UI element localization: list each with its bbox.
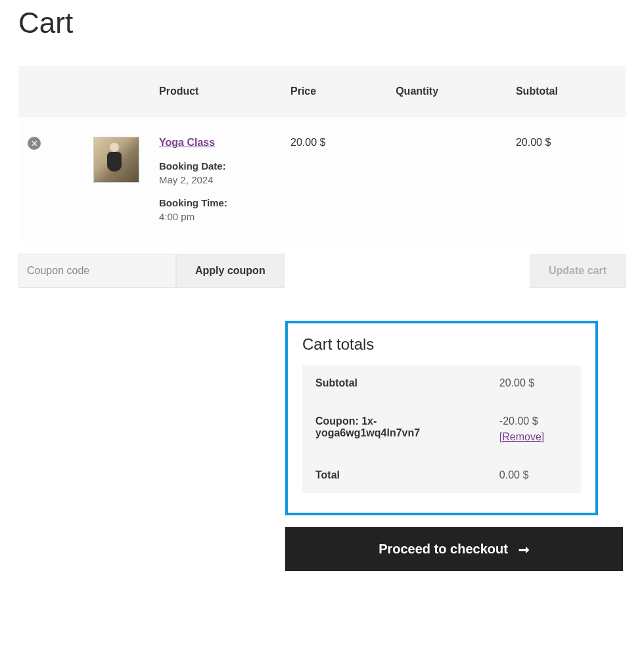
- close-icon: ✕: [31, 139, 38, 148]
- cart-row: ✕ Yoga Class Booking Date: May 2, 2024 B…: [18, 117, 626, 242]
- cart-table: Product Price Quantity Subtotal ✕ Yoga C…: [18, 66, 626, 242]
- price-cell: 20.00 $: [281, 117, 386, 242]
- remove-item-button[interactable]: ✕: [28, 137, 41, 150]
- col-quantity-header: Quantity: [386, 66, 507, 117]
- booking-time-label: Booking Time:: [159, 197, 272, 208]
- col-subtotal-header: Subtotal: [507, 66, 626, 117]
- cart-totals-table: Subtotal 20.00 $ Coupon: 1x-yoga6wg1wq4l…: [302, 365, 581, 493]
- booking-time-value: 4:00 pm: [159, 211, 272, 222]
- page-title: Cart: [18, 7, 626, 39]
- update-cart-button[interactable]: Update cart: [530, 254, 626, 288]
- cart-totals-title: Cart totals: [302, 335, 581, 354]
- totals-coupon-label: Coupon: 1x-yoga6wg1wq4ln7vn7: [302, 401, 486, 455]
- totals-total-label: Total: [302, 455, 486, 493]
- checkout-label: Proceed to checkout: [379, 542, 508, 557]
- totals-total-value: 0.00 $: [486, 455, 581, 493]
- quantity-cell: [386, 117, 507, 242]
- totals-subtotal-value: 20.00 $: [486, 365, 581, 401]
- cart-totals-panel: Cart totals Subtotal 20.00 $ Coupon: 1x-…: [285, 321, 598, 515]
- booking-date-value: May 2, 2024: [159, 174, 272, 185]
- apply-coupon-button[interactable]: Apply coupon: [176, 254, 285, 288]
- col-thumb-header: [84, 66, 150, 117]
- proceed-to-checkout-button[interactable]: Proceed to checkout ➞: [285, 527, 623, 571]
- product-thumbnail[interactable]: [93, 137, 139, 183]
- col-price-header: Price: [281, 66, 386, 117]
- spacer: [285, 254, 530, 288]
- product-link[interactable]: Yoga Class: [159, 137, 215, 148]
- coupon-input[interactable]: [18, 254, 176, 288]
- booking-date-label: Booking Date:: [159, 160, 272, 172]
- subtotal-cell: 20.00 $: [507, 117, 626, 242]
- arrow-right-icon: ➞: [518, 543, 530, 556]
- totals-coupon-value: -20.00 $: [499, 415, 538, 427]
- cart-actions-row: Apply coupon Update cart: [18, 254, 626, 288]
- remove-coupon-link[interactable]: [Remove]: [499, 431, 568, 443]
- col-remove-header: [18, 66, 84, 117]
- col-product-header: Product: [150, 66, 281, 117]
- totals-subtotal-label: Subtotal: [302, 365, 486, 401]
